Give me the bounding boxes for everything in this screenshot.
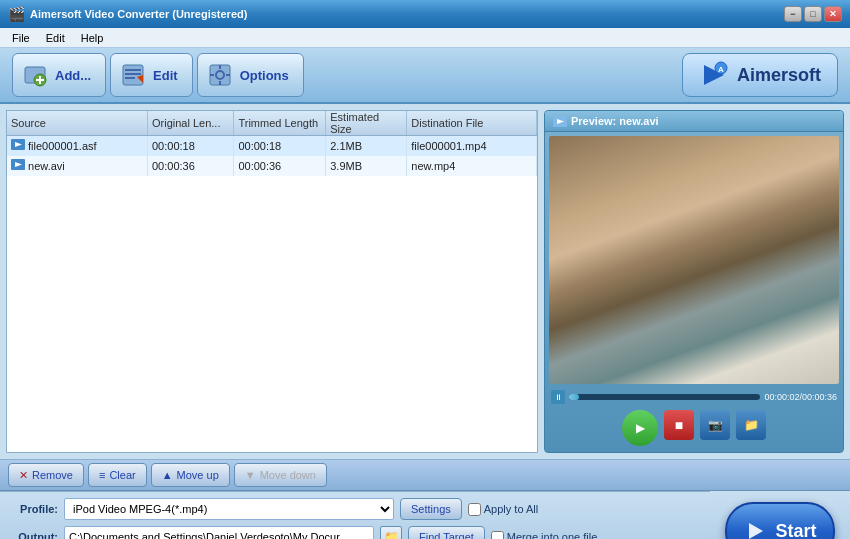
preview-header: Preview: new.avi [545, 111, 843, 132]
file-icon-2 [11, 159, 25, 170]
cell-dest-0: file000001.mp4 [407, 136, 537, 156]
logo-text: Aimersoft [737, 65, 821, 86]
preview-video [549, 136, 839, 384]
cell-orig-len-1: 00:00:36 [147, 156, 233, 176]
start-button[interactable]: Start [725, 502, 835, 539]
menu-help[interactable]: Help [73, 30, 112, 46]
cell-orig-len-0: 00:00:18 [147, 136, 233, 156]
remove-button[interactable]: ✕ Remove [8, 463, 84, 487]
arrow-down-icon: ▼ [245, 469, 256, 481]
play-button[interactable]: ▶ [622, 410, 658, 446]
browse-folder-button[interactable]: 📁 [380, 526, 402, 539]
table-row[interactable]: file000001.asf 00:00:18 00:00:18 2.1MB f… [7, 136, 537, 156]
close-button[interactable]: ✕ [824, 6, 842, 22]
output-path-input[interactable] [64, 526, 374, 539]
merge-checkbox[interactable] [491, 531, 504, 540]
stop-button[interactable]: ■ [664, 410, 694, 440]
apply-to-all-label[interactable]: Apply to All [468, 503, 538, 516]
svg-marker-24 [749, 523, 763, 539]
title-bar: 🎬 Aimersoft Video Converter (Unregistere… [0, 0, 850, 28]
output-label: Output: [10, 531, 58, 539]
preview-pause-button[interactable]: ⏸ [551, 390, 565, 404]
seekbar-fill [569, 394, 579, 400]
add-button[interactable]: Add... [12, 53, 106, 97]
clear-button[interactable]: ≡ Clear [88, 463, 147, 487]
merge-label[interactable]: Merge into one file [491, 531, 598, 540]
restore-button[interactable]: □ [804, 6, 822, 22]
preview-frame [549, 136, 839, 384]
settings-and-start: Profile: iPod Video MPEG-4(*.mp4) Settin… [0, 491, 850, 539]
find-target-button[interactable]: Find Target [408, 526, 485, 539]
options-label: Options [240, 68, 289, 83]
preview-controls: ⏸ 00:00:02/00:00:36 [545, 388, 843, 406]
playback-buttons: ▶ ■ 📷 📁 [545, 406, 843, 452]
edit-label: Edit [153, 68, 178, 83]
svg-text:A: A [718, 65, 724, 74]
minimize-button[interactable]: − [784, 6, 802, 22]
edit-icon [119, 61, 147, 89]
cell-source-1: new.avi [7, 156, 147, 176]
menu-bar: File Edit Help [0, 28, 850, 48]
add-icon [21, 61, 49, 89]
clear-icon: ≡ [99, 469, 105, 481]
options-icon [206, 61, 234, 89]
settings-bar: Profile: iPod Video MPEG-4(*.mp4) Settin… [0, 491, 710, 539]
cell-est-size-0: 2.1MB [326, 136, 407, 156]
add-label: Add... [55, 68, 91, 83]
col-source: Source [7, 111, 147, 136]
settings-button[interactable]: Settings [400, 498, 462, 520]
file-icon-1 [11, 139, 25, 150]
svg-rect-5 [125, 69, 141, 71]
profile-label: Profile: [10, 503, 58, 515]
svg-rect-7 [125, 77, 135, 79]
col-original-len: Original Len... [147, 111, 233, 136]
menu-file[interactable]: File [4, 30, 38, 46]
window-controls: − □ ✕ [784, 6, 842, 22]
profile-row: Profile: iPod Video MPEG-4(*.mp4) Settin… [10, 498, 700, 520]
screenshot-button[interactable]: 📷 [700, 410, 730, 440]
svg-rect-6 [125, 73, 141, 75]
remove-x-icon: ✕ [19, 469, 28, 482]
table-row[interactable]: new.avi 00:00:36 00:00:36 3.9MB new.mp4 [7, 156, 537, 176]
window-title: Aimersoft Video Converter (Unregistered) [30, 8, 784, 20]
cell-trim-len-1: 00:00:36 [234, 156, 326, 176]
start-label: Start [775, 521, 816, 540]
menu-edit[interactable]: Edit [38, 30, 73, 46]
arrow-up-icon: ▲ [162, 469, 173, 481]
main-area: Source Original Len... Trimmed Length Es… [0, 104, 850, 459]
open-folder-button[interactable]: 📁 [736, 410, 766, 440]
start-side: Start [710, 491, 850, 539]
logo: A Aimersoft [682, 53, 838, 97]
move-down-button[interactable]: ▼ Move down [234, 463, 327, 487]
file-table: Source Original Len... Trimmed Length Es… [7, 111, 537, 176]
preview-panel: Preview: new.avi ⏸ 00:00:02/00:00:36 ▶ ■… [544, 110, 844, 453]
cell-source: file000001.asf [7, 136, 147, 156]
app-icon: 🎬 [8, 6, 24, 22]
edit-button[interactable]: Edit [110, 53, 193, 97]
cell-trim-len-0: 00:00:18 [234, 136, 326, 156]
preview-time: 00:00:02/00:00:36 [764, 392, 837, 402]
settings-side: Profile: iPod Video MPEG-4(*.mp4) Settin… [0, 491, 710, 539]
col-est-size: Estimated Size [326, 111, 407, 136]
toolbar: Add... Edit Options [0, 48, 850, 104]
cell-est-size-1: 3.9MB [326, 156, 407, 176]
apply-to-all-checkbox[interactable] [468, 503, 481, 516]
move-up-button[interactable]: ▲ Move up [151, 463, 230, 487]
file-list-container: Source Original Len... Trimmed Length Es… [6, 110, 538, 453]
col-dest-file: Distination File [407, 111, 537, 136]
col-trimmed-len: Trimmed Length [234, 111, 326, 136]
action-bar: ✕ Remove ≡ Clear ▲ Move up ▼ Move down [0, 459, 850, 491]
cell-dest-1: new.mp4 [407, 156, 537, 176]
seekbar[interactable] [569, 394, 760, 400]
output-row: Output: 📁 Find Target Merge into one fil… [10, 526, 700, 539]
preview-title: Preview: new.avi [571, 115, 659, 127]
profile-select[interactable]: iPod Video MPEG-4(*.mp4) [64, 498, 394, 520]
options-button[interactable]: Options [197, 53, 304, 97]
